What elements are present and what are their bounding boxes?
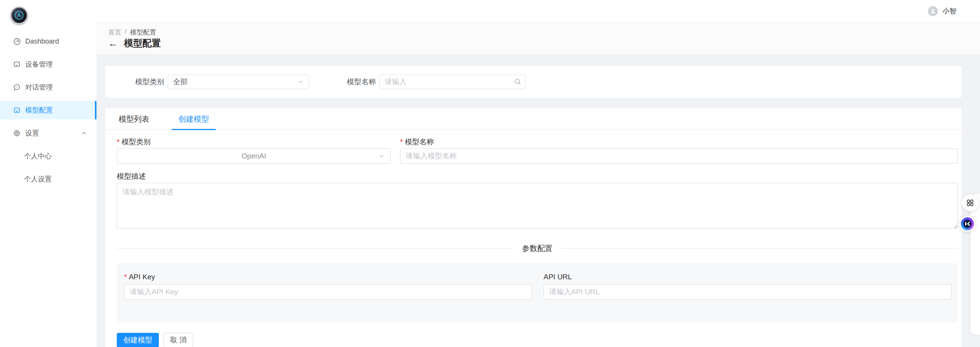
- field-label-text: 模型描述: [117, 171, 146, 181]
- model-name-input[interactable]: [400, 148, 958, 164]
- app-screen: Dashboard 设备管理 对话管理: [0, 0, 980, 347]
- create-model-button[interactable]: 创建模型: [117, 333, 159, 347]
- page-title: 模型配置: [124, 37, 161, 49]
- form-actions: 创建模型 取 消: [117, 333, 958, 347]
- back-arrow-icon[interactable]: ←: [108, 39, 118, 48]
- filter-category-label: 模型类别: [135, 77, 164, 87]
- field-label-text: API URL: [544, 273, 572, 281]
- breadcrumb-current: 模型配置: [130, 28, 156, 37]
- model-category-value: OpenAI: [242, 152, 266, 160]
- field-label-text: 模型类别: [121, 137, 150, 147]
- tab-create-model[interactable]: 创建模型: [172, 108, 216, 130]
- field-label-text: API Key: [129, 273, 155, 281]
- gear-icon: [13, 129, 21, 137]
- required-asterisk: *: [400, 138, 403, 146]
- required-asterisk: *: [117, 138, 119, 146]
- api-key-input[interactable]: [124, 284, 532, 300]
- model-description-textarea[interactable]: [117, 183, 958, 229]
- category-field-group: * 模型类别 OpenAI: [117, 138, 391, 164]
- sidebar-subitem-profile-settings[interactable]: 个人设置: [0, 170, 96, 188]
- user-menu[interactable]: 小智: [928, 0, 956, 22]
- title-row: ← 模型配置: [108, 37, 161, 49]
- sidebar-item-label: 个人设置: [24, 174, 52, 184]
- params-divider: 参数配置: [117, 243, 958, 254]
- sidebar-menu: Dashboard 设备管理 对话管理: [0, 32, 96, 193]
- sidebar-item-chat-management[interactable]: 对话管理: [0, 78, 96, 96]
- api-url-label: API URL: [544, 273, 952, 281]
- breadcrumb-home[interactable]: 首页: [108, 28, 121, 37]
- api-url-field-group: API URL: [544, 273, 952, 323]
- tab-label: 模型列表: [119, 114, 149, 124]
- ai-assistant-icon: [961, 217, 974, 230]
- sidebar-item-model-config[interactable]: 模型配置: [0, 101, 96, 119]
- avatar[interactable]: [928, 6, 938, 16]
- name-field-group: * 模型名称: [400, 138, 958, 164]
- sidebar-item-label: 设置: [25, 129, 39, 138]
- sidebar-subitem-profile-center[interactable]: 个人中心: [0, 147, 96, 165]
- sidebar-item-label: 对话管理: [25, 83, 53, 92]
- model-category-select[interactable]: OpenAI: [117, 148, 391, 164]
- top-header: 小智: [96, 0, 980, 23]
- filter-name-label: 模型名称: [347, 77, 376, 87]
- divider-line: [117, 248, 514, 249]
- sidebar-item-device-management[interactable]: 设备管理: [0, 55, 96, 73]
- divider-title: 参数配置: [514, 243, 561, 254]
- model-config-card: 模型列表 创建模型 * 模型类别 OpenAI: [105, 108, 962, 347]
- chevron-down-icon: [298, 79, 304, 85]
- tabs-bar: 模型列表 创建模型: [105, 108, 962, 130]
- four-dots-grid-icon: [965, 198, 975, 207]
- model-name-search-input[interactable]: [379, 75, 526, 89]
- sidebar-item-settings[interactable]: 设置: [0, 124, 96, 142]
- api-url-input[interactable]: [544, 284, 952, 300]
- sidebar-item-label: Dashboard: [25, 37, 59, 46]
- person-icon: [930, 8, 936, 14]
- desc-field-label: 模型描述: [117, 172, 958, 181]
- chat-icon: [13, 83, 21, 91]
- app-logo[interactable]: [10, 7, 28, 24]
- create-model-form: * 模型类别 OpenAI * 模型名称: [105, 130, 962, 347]
- category-field-label: * 模型类别: [117, 138, 391, 146]
- search-icon[interactable]: [514, 78, 521, 85]
- filter-category-value: 全部: [173, 77, 298, 87]
- divider-line: [561, 248, 958, 249]
- name-field-label: * 模型名称: [400, 138, 958, 146]
- filter-category-select[interactable]: 全部: [168, 75, 309, 89]
- sidebar-item-dashboard[interactable]: Dashboard: [0, 32, 96, 51]
- ai-assistant-button[interactable]: [959, 216, 975, 232]
- sidebar: Dashboard 设备管理 对话管理: [0, 0, 96, 347]
- filter-name-search: [379, 75, 526, 89]
- device-icon: [13, 60, 21, 68]
- api-key-field-group: * API Key: [124, 273, 532, 323]
- chevron-up-icon: [81, 130, 87, 136]
- logo-a-icon: [14, 10, 24, 21]
- params-section: * API Key API URL: [117, 263, 958, 323]
- dashboard-icon: [13, 37, 21, 46]
- sidebar-item-label: 模型配置: [25, 106, 53, 115]
- breadcrumb-separator: /: [125, 28, 127, 37]
- chevron-down-icon: [379, 153, 385, 159]
- user-name: 小智: [942, 7, 956, 16]
- page-header: 首页 / 模型配置 ← 模型配置: [96, 23, 980, 54]
- sidebar-item-label: 个人中心: [24, 152, 52, 161]
- required-asterisk: *: [124, 273, 127, 281]
- floating-tool-panel[interactable]: [970, 194, 980, 335]
- model-icon: [13, 106, 21, 114]
- apps-grid-button[interactable]: [962, 194, 978, 211]
- api-key-label: * API Key: [124, 273, 532, 281]
- cancel-button[interactable]: 取 消: [163, 333, 193, 347]
- breadcrumb: 首页 / 模型配置: [108, 28, 156, 37]
- filter-card: 模型类别 全部 模型名称: [105, 66, 962, 98]
- field-label-text: 模型名称: [405, 137, 434, 147]
- form-row-1: * 模型类别 OpenAI * 模型名称: [117, 138, 958, 164]
- tab-label: 创建模型: [178, 114, 209, 124]
- sidebar-item-label: 设备管理: [25, 60, 53, 69]
- tab-model-list[interactable]: 模型列表: [112, 108, 156, 130]
